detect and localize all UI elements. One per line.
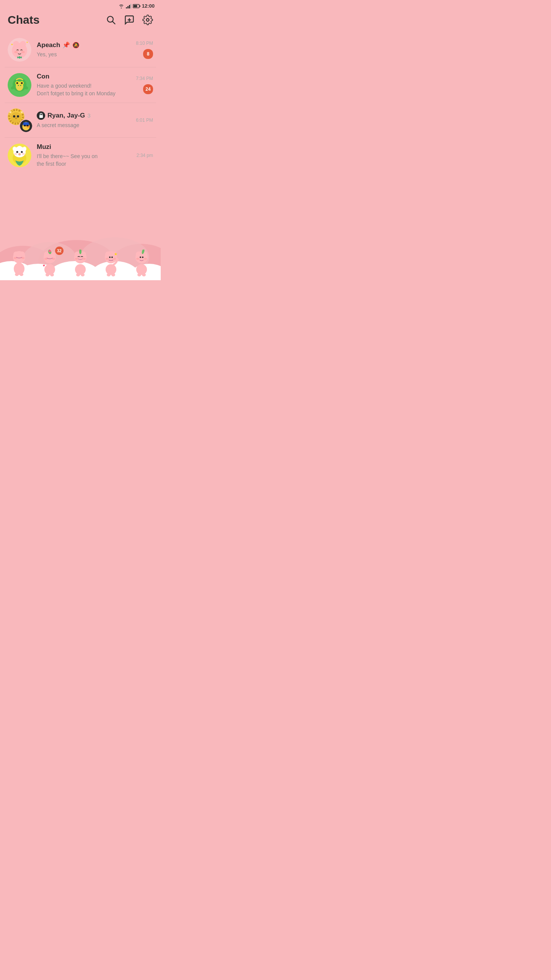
avatar-apeach: ✦ ✦ (8, 38, 31, 62)
svg-point-29 (20, 85, 21, 86)
chat-time-con: 7:34 PM (136, 76, 153, 81)
chat-list: ✦ ✦ Apeach 📌 🔕 Yes, y (0, 33, 161, 173)
svg-point-109 (111, 256, 113, 258)
member-count-ryan-jayg: 3 (87, 112, 90, 119)
signal-icon (126, 4, 131, 8)
chat-info-con: Con Have a good weekend! Don't fotget to… (37, 73, 133, 97)
header-icons (106, 15, 153, 25)
settings-icon (142, 15, 153, 25)
svg-point-61 (22, 153, 25, 155)
header: Chats (0, 10, 161, 33)
svg-point-102 (75, 264, 86, 275)
chat-name-con: Con (37, 73, 49, 80)
chat-meta-ryan-jayg: 6:01 PM (136, 118, 153, 123)
svg-point-58 (21, 151, 23, 153)
svg-rect-51 (39, 115, 42, 118)
svg-point-126 (137, 273, 141, 276)
svg-rect-0 (126, 7, 127, 8)
svg-point-83 (20, 273, 23, 276)
new-chat-button[interactable] (124, 15, 135, 25)
bottom-char-3[interactable] (70, 250, 91, 276)
unread-badge-apeach: 8 (143, 49, 153, 59)
svg-point-40 (10, 111, 11, 113)
bottom-char-5[interactable] (131, 250, 152, 276)
svg-point-59 (18, 153, 21, 155)
battery-icon (133, 4, 140, 8)
svg-point-110 (106, 258, 109, 260)
svg-point-114 (116, 258, 119, 261)
status-time: 12:00 (142, 3, 155, 9)
svg-rect-1 (127, 6, 129, 8)
svg-point-94 (46, 273, 49, 276)
bottom-char-1[interactable] (8, 250, 30, 276)
svg-point-104 (81, 273, 85, 276)
svg-point-14 (13, 41, 19, 47)
svg-point-27 (21, 82, 23, 84)
chat-time-ryan-jayg: 6:01 PM (136, 118, 153, 123)
svg-point-77 (13, 252, 19, 257)
svg-point-103 (76, 273, 80, 276)
svg-line-8 (112, 21, 115, 24)
chat-item-ryan-jayg[interactable]: Ryan, Jay-G 3 A secret message 6:01 PM (5, 103, 156, 138)
chat-item-apeach[interactable]: ✦ ✦ Apeach 📌 🔕 Yes, y (5, 33, 156, 67)
svg-point-115 (107, 273, 111, 276)
svg-point-57 (16, 151, 18, 153)
bottom-char-2[interactable]: 32 ♥ ♥ (39, 250, 60, 276)
svg-point-18 (14, 51, 18, 53)
svg-point-41 (21, 111, 23, 113)
svg-point-100 (75, 258, 78, 260)
svg-point-108 (109, 256, 111, 258)
svg-point-125 (136, 264, 147, 275)
mute-icon: 🔕 (72, 42, 80, 49)
svg-rect-6 (133, 5, 137, 7)
chat-item-con[interactable]: Con Have a good weekend! Don't fotget to… (5, 67, 156, 103)
svg-point-101 (83, 258, 86, 260)
svg-point-97 (75, 252, 80, 257)
page-title: Chats (8, 13, 39, 26)
svg-point-113 (106, 264, 116, 275)
wifi-icon (118, 4, 124, 8)
lock-badge (37, 111, 45, 120)
svg-point-56 (23, 147, 26, 151)
chat-info-apeach: Apeach 📌 🔕 Yes, yes (37, 41, 133, 59)
svg-point-116 (111, 273, 115, 276)
status-icons: 12:00 (118, 3, 155, 9)
svg-rect-3 (130, 4, 131, 8)
svg-point-37 (15, 118, 17, 119)
search-button[interactable] (106, 15, 116, 25)
svg-point-15 (20, 41, 26, 47)
settings-button[interactable] (142, 15, 153, 25)
svg-point-81 (14, 263, 24, 275)
svg-rect-2 (129, 5, 130, 8)
chat-preview-ryan-jayg: A secret message (37, 122, 133, 129)
avatar-ryan-jayg (8, 108, 31, 132)
svg-point-79 (14, 257, 17, 259)
svg-point-90 (52, 258, 55, 260)
svg-point-82 (15, 273, 19, 276)
chat-name-apeach: Apeach (37, 41, 60, 49)
pin-icon: 📌 (62, 41, 70, 49)
chat-info-ryan-jayg: Ryan, Jay-G 3 A secret message (37, 111, 133, 129)
chat-name-ryan-jayg: Ryan, Jay-G (47, 112, 85, 119)
svg-point-20 (18, 56, 21, 59)
chat-meta-muzi: 2:34 pm (137, 153, 153, 158)
bottom-characters: 32 ♥ ♥ (0, 250, 161, 280)
chat-item-muzi[interactable]: Muzi I'll be there~~ See you on the firs… (5, 138, 156, 173)
chat-preview-con: Have a good weekend! Don't fotget to bri… (37, 82, 133, 97)
chat-time-apeach: 8:10 PM (136, 41, 153, 46)
bottom-char-4[interactable]: ★ (100, 250, 122, 276)
svg-rect-50 (23, 124, 29, 125)
avatar-muzi (8, 144, 31, 167)
svg-point-123 (144, 258, 147, 260)
svg-rect-5 (139, 5, 140, 7)
svg-point-36 (17, 115, 19, 118)
search-icon (106, 15, 116, 25)
svg-point-98 (81, 252, 86, 257)
svg-point-120 (140, 256, 141, 258)
status-bar: 12:00 (0, 0, 161, 10)
svg-point-122 (136, 258, 139, 260)
svg-point-28 (18, 85, 19, 86)
svg-point-80 (21, 257, 24, 259)
svg-text:★: ★ (114, 252, 117, 256)
new-chat-icon (124, 15, 135, 25)
